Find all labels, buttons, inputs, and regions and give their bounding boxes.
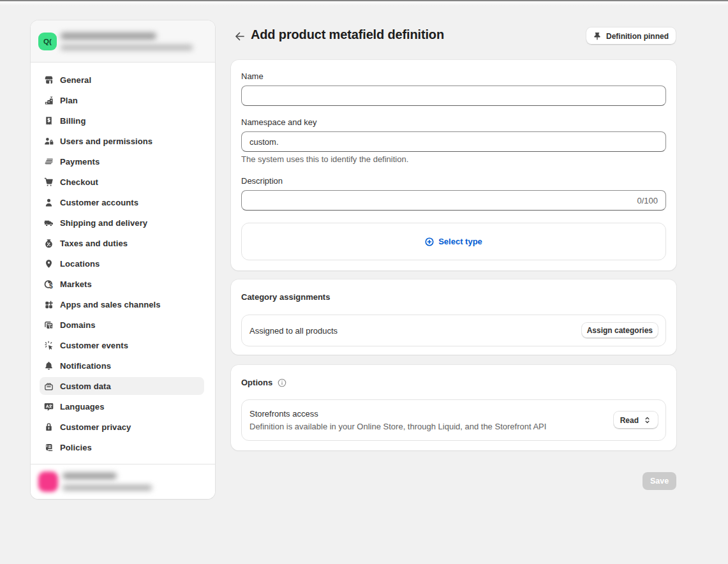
svg-text:$: $ xyxy=(49,283,53,290)
